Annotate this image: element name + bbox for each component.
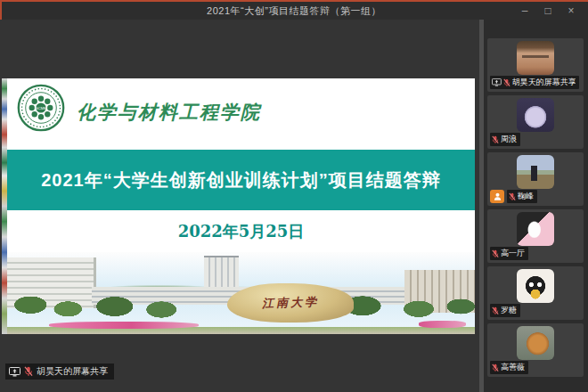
presenter-icon xyxy=(490,190,504,203)
slide-date: 2022年5月25日 xyxy=(7,221,475,242)
participant-name: 高一厅 xyxy=(501,248,525,259)
presentation-slide: SCME 化学与材料工程学院 2021年“大学生创新创业训练计划”项目结题答辩 … xyxy=(7,78,475,334)
seal-center-text: SCME xyxy=(36,106,46,110)
participant-label: 罗糖 xyxy=(490,304,520,317)
maximize-button[interactable]: □ xyxy=(536,2,559,20)
slide-title: 2021年“大学生创新创业训练计划”项目结题答辩 xyxy=(41,168,441,192)
mic-muted-icon xyxy=(492,135,499,144)
meeting-body: SCME 化学与材料工程学院 2021年“大学生创新创业训练计划”项目结题答辩 … xyxy=(0,20,588,392)
participant-tile-presenter[interactable]: 鞠峰 xyxy=(487,152,584,206)
mic-muted-icon xyxy=(492,249,499,258)
participant-avatar-rabbit xyxy=(517,212,554,246)
mic-muted-icon xyxy=(509,192,516,201)
participant-avatar-cat xyxy=(517,326,554,360)
minimize-button[interactable]: – xyxy=(513,2,536,20)
window-title: 2021年“大创”项目结题答辩（第一组） xyxy=(0,4,588,18)
slide-header: SCME 化学与材料工程学院 xyxy=(7,78,475,150)
screen-share-view: SCME 化学与材料工程学院 2021年“大学生创新创业训练计划”项目结题答辩 … xyxy=(0,20,479,392)
share-source-label: 胡昊天的屏幕共享 xyxy=(5,363,114,380)
participant-label: 胡昊天的屏幕共享 xyxy=(490,76,579,89)
participant-avatar-outdoor-photo xyxy=(517,155,554,189)
participant-label: 鞠峰 xyxy=(507,190,537,203)
participant-tile-sharing[interactable]: 胡昊天的屏幕共享 xyxy=(487,38,584,92)
participant-name: 胡昊天的屏幕共享 xyxy=(512,77,576,88)
screen-share-icon xyxy=(492,78,502,86)
participant-name: 高善薇 xyxy=(501,362,525,373)
share-source-text: 胡昊天的屏幕共享 xyxy=(37,365,108,378)
mic-muted-icon xyxy=(492,363,499,372)
meeting-window: 2021年“大创”项目结题答辩（第一组） – □ × xyxy=(0,0,588,392)
participants-panel: 胡昊天的屏幕共享 周浪 xyxy=(484,20,588,392)
participant-label: 高善薇 xyxy=(490,361,528,374)
mic-muted-icon xyxy=(24,366,33,377)
participant-label: 周浪 xyxy=(490,133,520,146)
participant-avatar-bird xyxy=(517,269,554,303)
mic-muted-icon xyxy=(492,306,499,315)
participant-tile[interactable]: 罗糖 xyxy=(487,266,584,320)
screen-share-icon xyxy=(9,367,20,377)
participant-name: 周浪 xyxy=(501,134,517,145)
close-button[interactable]: × xyxy=(559,2,583,20)
participant-avatar-moon xyxy=(517,98,554,132)
photo-flowerbed-right xyxy=(419,321,466,327)
participant-name: 鞠峰 xyxy=(518,191,534,202)
university-stone: 江南大学 xyxy=(227,283,354,323)
participant-name: 罗糖 xyxy=(501,305,517,316)
participant-tile[interactable]: 周浪 xyxy=(487,95,584,149)
college-name: 化学与材料工程学院 xyxy=(77,100,261,125)
window-top-border xyxy=(0,0,588,2)
participant-tile[interactable]: 高善薇 xyxy=(487,323,584,377)
campus-photo: 江南大学 xyxy=(7,252,475,334)
participant-tile[interactable]: 高一厅 xyxy=(487,209,584,263)
photo-flowerbed-left xyxy=(49,322,199,329)
slide-title-banner: 2021年“大学生创新创业训练计划”项目结题答辩 xyxy=(7,150,475,210)
university-stone-text: 江南大学 xyxy=(261,294,319,312)
window-left-border xyxy=(0,0,2,20)
participant-label: 高一厅 xyxy=(490,247,528,260)
title-bar[interactable]: 2021年“大创”项目结题答辩（第一组） – □ × xyxy=(0,2,588,20)
participant-avatar-face-photo xyxy=(517,41,554,75)
window-controls: – □ × xyxy=(513,2,583,20)
mic-muted-icon xyxy=(503,78,510,87)
college-seal-logo: SCME xyxy=(16,82,66,134)
